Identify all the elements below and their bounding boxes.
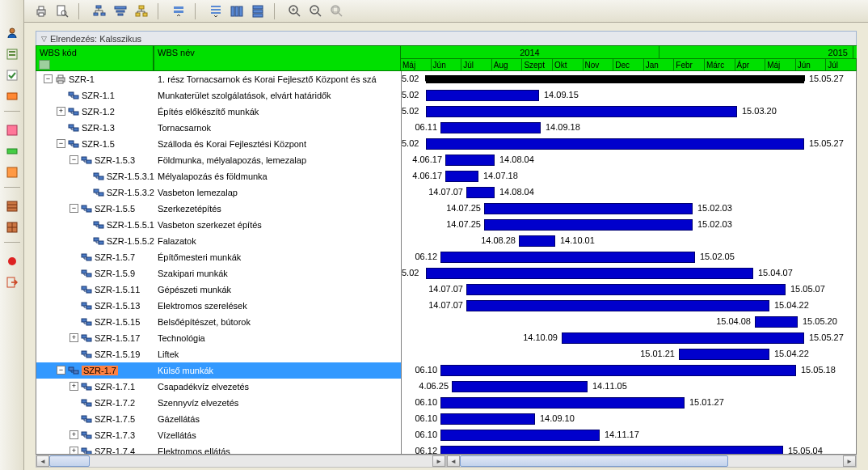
- side-btn-record[interactable]: [3, 252, 21, 270]
- bar-start-label: 06.10: [402, 413, 437, 423]
- scroll-right-arrow[interactable]: ►: [843, 455, 856, 467]
- gantt-bar[interactable]: [519, 235, 555, 247]
- collapse-icon[interactable]: −: [57, 139, 65, 148]
- side-btn-exit[interactable]: [3, 273, 21, 291]
- wbs-row[interactable]: +SZR-1.7.3Vízellátás: [36, 427, 401, 443]
- expand-down-button[interactable]: [207, 2, 225, 20]
- expand-icon[interactable]: +: [70, 382, 78, 391]
- expand-icon[interactable]: +: [70, 333, 78, 342]
- network-button[interactable]: [133, 2, 150, 20]
- wbs-row[interactable]: SZR-1.7.2Szennyvíz elvezetés: [36, 395, 401, 411]
- expand-icon[interactable]: +: [70, 447, 78, 454]
- wbs-row[interactable]: +SZR-1.2Építés előkészítő munkák: [36, 104, 401, 120]
- gantt-pane[interactable]: 5.0215.05.275.0214.09.155.0215.03.2006.1…: [402, 71, 856, 454]
- gantt-bar[interactable]: [440, 252, 695, 263]
- gantt-bar[interactable]: [426, 268, 753, 279]
- wbs-row[interactable]: −SZR-1.5Szálloda és Korai Fejlesztési Kö…: [36, 136, 401, 152]
- header-wbs-code[interactable]: WBS kód: [36, 45, 154, 71]
- gantt-bar[interactable]: [440, 446, 783, 454]
- wbs-row[interactable]: SZR-1.5.9Szakipari munkák: [36, 265, 401, 282]
- gantt-bar[interactable]: [426, 138, 804, 150]
- collapse-icon[interactable]: −: [44, 74, 53, 83]
- scroll-left-arrow[interactable]: ◄: [447, 455, 460, 467]
- svg-rect-49: [253, 10, 263, 13]
- gantt-bar[interactable]: [484, 203, 693, 214]
- wbs-tree-pane[interactable]: −SZR-11. rész Tornacsarnok és Korai Fejl…: [36, 71, 402, 454]
- side-btn-layers[interactable]: [3, 45, 21, 63]
- filter-icon[interactable]: [39, 60, 50, 70]
- wbs-row[interactable]: −SZR-11. rész Tornacsarnok és Korai Fejl…: [36, 71, 401, 87]
- scroll-left-arrow[interactable]: ◄: [36, 455, 49, 467]
- layout-bar[interactable]: ▽ Elrendezés: Kalsszikus: [36, 31, 857, 45]
- wbs-row[interactable]: SZR-1.5.11Gépészeti munkák: [36, 282, 401, 298]
- level-button[interactable]: [91, 2, 108, 20]
- side-btn-orange[interactable]: [3, 87, 21, 105]
- header-wbs-name[interactable]: WBS név: [154, 45, 401, 71]
- side-btn-pink[interactable]: [3, 121, 21, 139]
- wbs-row[interactable]: +SZR-1.5.17Technológia: [36, 330, 401, 346]
- gantt-bar[interactable]: [426, 75, 804, 83]
- columns-button[interactable]: [228, 2, 246, 20]
- gantt-bar[interactable]: [445, 171, 478, 182]
- scroll-thumb[interactable]: [460, 455, 728, 467]
- wbs-row[interactable]: SZR-1.5.3.2Vasbeton lemezalap: [36, 184, 401, 201]
- expand-icon[interactable]: +: [70, 430, 78, 439]
- wbs-row[interactable]: +SZR-1.7.4Elektromos ellátás: [36, 443, 401, 454]
- side-btn-check[interactable]: [3, 66, 21, 84]
- gantt-bar[interactable]: [445, 155, 495, 166]
- left-scrollbar[interactable]: ◄ ►: [36, 455, 446, 468]
- gantt-bar[interactable]: [440, 397, 685, 409]
- preview-button[interactable]: [53, 2, 71, 20]
- gantt-bar[interactable]: [452, 381, 588, 392]
- expand-icon[interactable]: +: [57, 107, 65, 116]
- gantt-bar[interactable]: [440, 365, 796, 376]
- gantt-bar[interactable]: [426, 90, 539, 101]
- gantt-bar[interactable]: [679, 349, 769, 360]
- gantt-bar[interactable]: [562, 332, 804, 344]
- collapse-icon[interactable]: −: [70, 155, 78, 164]
- gantt-bar[interactable]: [426, 106, 737, 117]
- rows-button[interactable]: [249, 2, 267, 20]
- gantt-bar[interactable]: [466, 284, 786, 295]
- wbs-row[interactable]: −SZR-1.7Külső munkák: [36, 362, 401, 379]
- wbs-row[interactable]: SZR-1.5.5.1Vasbeton szerkezet építés: [36, 217, 401, 233]
- collapse-icon[interactable]: −: [57, 366, 65, 375]
- side-btn-table[interactable]: [3, 197, 21, 215]
- gantt-bar[interactable]: [440, 122, 541, 133]
- zoom-fit-button[interactable]: [328, 2, 346, 20]
- month-header: Máj: [765, 59, 796, 70]
- collapse-icon[interactable]: −: [70, 204, 78, 213]
- side-btn-grid[interactable]: [3, 218, 21, 236]
- gantt-bar[interactable]: [755, 316, 798, 328]
- side-btn-green[interactable]: [3, 142, 21, 160]
- scroll-thumb[interactable]: [49, 455, 90, 467]
- wbs-row[interactable]: −SZR-1.5.5Szerkezetépítés: [36, 201, 401, 217]
- wbs-row[interactable]: SZR-1.3Tornacsarnok: [36, 120, 401, 136]
- gantt-bar[interactable]: [466, 187, 495, 198]
- wbs-row[interactable]: SZR-1.5.19Liftek: [36, 346, 401, 362]
- zoom-out-button[interactable]: [307, 2, 325, 20]
- zoom-in-button[interactable]: [286, 2, 304, 20]
- scroll-right-arrow[interactable]: ►: [432, 455, 445, 467]
- wbs-row[interactable]: SZR-1.5.13Elektromos szerelések: [36, 298, 401, 314]
- wbs-row[interactable]: SZR-1.5.3.1Mélyalapozás és földmunka: [36, 168, 401, 184]
- gantt-bar[interactable]: [440, 413, 535, 425]
- gantt-bar[interactable]: [484, 219, 693, 231]
- wbs-row[interactable]: SZR-1.7.5Gázellátás: [36, 411, 401, 427]
- side-btn-user[interactable]: [3, 24, 21, 42]
- wbs-row[interactable]: SZR-1.1Munkaterület szolgálatások, elvár…: [36, 87, 401, 104]
- wbs-row[interactable]: SZR-1.5.5.2Falazatok: [36, 233, 401, 249]
- wbs-row[interactable]: +SZR-1.7.1Csapadékvíz elvezetés: [36, 379, 401, 395]
- print-button[interactable]: [32, 2, 50, 20]
- timeline-header[interactable]: 20142015 MájJúnJúlAugSzeptOktNovDecJanFe…: [401, 45, 857, 71]
- wbs-row[interactable]: SZR-1.5.15Belsőépítészet, bútorok: [36, 314, 401, 330]
- gantt-bar[interactable]: [440, 430, 600, 441]
- right-scrollbar[interactable]: ◄ ►: [446, 455, 857, 468]
- svg-line-59: [339, 13, 342, 16]
- wbs-row[interactable]: −SZR-1.5.3Földmunka, mélyalapozás, lemez…: [36, 152, 401, 168]
- compress-button[interactable]: [112, 2, 129, 20]
- gantt-bar[interactable]: [466, 300, 769, 311]
- side-btn-orange2[interactable]: [3, 163, 21, 181]
- collapse-button[interactable]: [170, 2, 188, 20]
- wbs-row[interactable]: SZR-1.5.7Építőmesteri munkák: [36, 249, 401, 265]
